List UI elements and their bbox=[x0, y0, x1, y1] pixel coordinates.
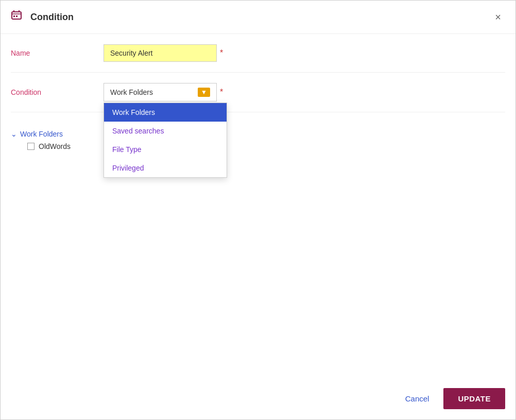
name-required-star: * bbox=[220, 48, 223, 58]
condition-required-star: * bbox=[220, 88, 223, 97]
dropdown-arrow-icon: ▼ bbox=[198, 88, 210, 97]
svg-rect-5 bbox=[16, 15, 18, 17]
tree-checkbox-oldwords[interactable] bbox=[27, 143, 35, 150]
close-button[interactable]: × bbox=[491, 10, 505, 24]
cancel-button[interactable]: Cancel bbox=[399, 390, 436, 407]
dropdown-option-file-type[interactable]: File Type bbox=[104, 140, 227, 159]
title-wrapper: Condition bbox=[11, 9, 74, 25]
name-control-wrapper: * bbox=[104, 44, 223, 62]
name-label: Name bbox=[11, 49, 104, 57]
tree-child-oldwords: OldWords bbox=[27, 140, 505, 153]
dialog-footer: Cancel UPDATE bbox=[399, 388, 505, 409]
condition-dialog: Condition × Name * Condition Work Folder… bbox=[0, 0, 516, 420]
update-button[interactable]: UPDATE bbox=[443, 388, 505, 409]
name-input[interactable] bbox=[104, 44, 217, 62]
condition-label: Condition bbox=[11, 88, 104, 96]
tree-parent-work-folders[interactable]: ⌄ Work Folders bbox=[11, 128, 505, 140]
condition-row: Condition Work Folders ▼ * Work Folders … bbox=[11, 83, 505, 112]
condition-dropdown[interactable]: Work Folders ▼ bbox=[104, 83, 217, 102]
dropdown-option-saved-searches[interactable]: Saved searches bbox=[104, 122, 227, 140]
condition-icon bbox=[11, 9, 25, 25]
dropdown-menu: Work Folders Saved searches File Type Pr… bbox=[104, 103, 227, 178]
svg-rect-4 bbox=[13, 15, 15, 17]
dropdown-option-privileged[interactable]: Privileged bbox=[104, 159, 227, 177]
dropdown-option-work-folders[interactable]: Work Folders bbox=[104, 103, 227, 122]
tree-arrow-icon: ⌄ bbox=[11, 130, 17, 138]
dialog-header: Condition × bbox=[1, 1, 515, 34]
condition-selected-value: Work Folders bbox=[110, 88, 153, 96]
tree-section: ⌄ Work Folders OldWords bbox=[11, 123, 505, 158]
dialog-body: Name * Condition Work Folders ▼ * Work F… bbox=[1, 34, 515, 168]
tree-child-label-oldwords: OldWords bbox=[39, 142, 71, 150]
name-row: Name * bbox=[11, 44, 505, 73]
condition-select-wrapper: Work Folders ▼ * Work Folders Saved sear… bbox=[104, 83, 223, 102]
tree-parent-label: Work Folders bbox=[20, 130, 63, 138]
dialog-title: Condition bbox=[30, 12, 74, 23]
